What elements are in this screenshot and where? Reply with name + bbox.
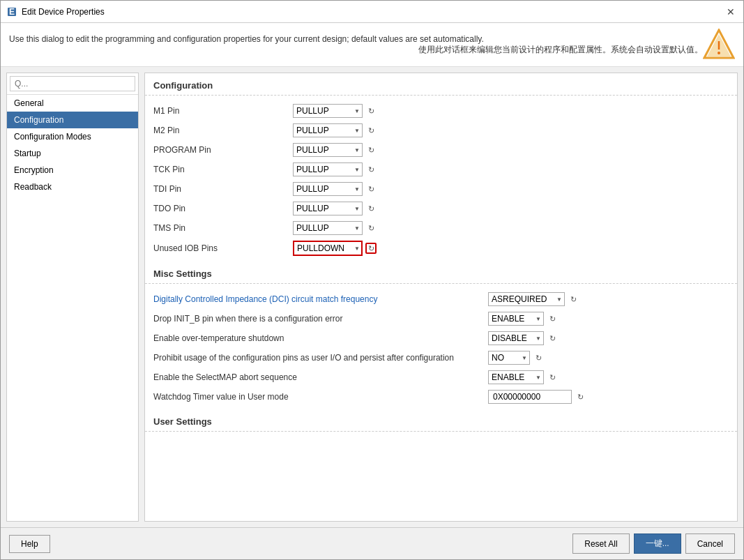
select-tdi-pin[interactable]: PULLUPPULLDOWNFLOAT [293,182,363,196]
select-wrapper-prohibit-cfg: NOYES [488,351,530,365]
section-title-misc: Misc Settings [145,262,737,284]
sidebar-item-encryption[interactable]: Encryption [7,162,138,179]
title-bar: E Edit Device Properties ✕ [1,1,743,23]
reset-program-pin[interactable]: ↻ [365,144,377,156]
reset-tdi-pin[interactable]: ↻ [365,183,377,195]
section-title-configuration: Configuration [145,73,737,96]
select-wrapper-dci: ASREQUIREDCONTINUOUS [488,292,565,306]
select-m2-pin[interactable]: PULLUPPULLDOWNFLOAT [293,123,363,137]
row-m1-pin: M1 Pin PULLUPPULLDOWNFLOAT ↻ [153,101,729,121]
content-area: Configuration M1 Pin PULLUPPULLDOWNFLOAT… [144,73,738,522]
control-watchdog: ↻ [488,390,586,404]
control-dci: ASREQUIREDCONTINUOUS ↻ [488,292,579,306]
label-program-pin: PROGRAM Pin [153,145,293,155]
row-over-temp: Enable over-temperature shutdown DISABLE… [153,328,729,348]
label-dci: Digitally Controlled Impedance (DCI) cir… [153,294,488,304]
logo [703,29,735,61]
sidebar-item-general[interactable]: General [7,95,138,112]
select-m1-pin[interactable]: PULLUPPULLDOWNFLOAT [293,104,363,118]
select-wrapper-program: PULLUPPULLDOWNFLOAT [293,143,363,157]
row-watchdog: Watchdog Timer value in User mode ↻ [153,387,729,407]
ok-button[interactable]: 一键... [634,533,681,554]
info-bar: Use this dialog to edit the programming … [1,23,743,67]
select-wrapper-m1: PULLUPPULLDOWNFLOAT [293,104,363,118]
control-unused-iob: PULLDOWNPULLUPFLOAT ↻ [293,241,377,256]
reset-watchdog[interactable]: ↻ [575,391,586,402]
nav-items: General Configuration Configuration Mode… [7,95,138,521]
label-tms-pin: TMS Pin [153,223,293,233]
reset-all-button[interactable]: Reset All [572,533,629,554]
control-tdi-pin: PULLUPPULLDOWNFLOAT ↻ [293,182,377,196]
control-tck-pin: PULLUPPULLDOWNFLOAT ↻ [293,162,377,176]
reset-tms-pin[interactable]: ↻ [365,222,377,234]
sidebar-item-configuration[interactable]: Configuration [7,112,138,128]
label-over-temp: Enable over-temperature shutdown [153,333,488,343]
select-tms-pin[interactable]: PULLUPPULLDOWNFLOAT [293,221,363,235]
scroll-area: Configuration M1 Pin PULLUPPULLDOWNFLOAT… [145,73,737,521]
select-prohibit-cfg[interactable]: NOYES [488,351,530,365]
cancel-button[interactable]: Cancel [685,533,735,554]
dialog: E Edit Device Properties ✕ Use this dial… [0,0,744,560]
reset-dci[interactable]: ↻ [568,294,579,305]
close-button[interactable]: ✕ [724,5,738,19]
select-wrapper-selectmap: ENABLEDISABLE [488,370,544,384]
reset-tck-pin[interactable]: ↻ [365,164,377,175]
select-program-pin[interactable]: PULLUPPULLDOWNFLOAT [293,143,363,157]
label-tdi-pin: TDI Pin [153,184,293,194]
select-wrapper-over-temp: DISABLEENABLE [488,331,544,345]
sidebar-item-readback[interactable]: Readback [7,179,138,195]
reset-prohibit-cfg[interactable]: ↻ [533,352,544,363]
reset-m2-pin[interactable]: ↻ [365,125,377,136]
row-tdi-pin: TDI Pin PULLUPPULLDOWNFLOAT ↻ [153,179,729,199]
select-wrapper-tdi: PULLUPPULLDOWNFLOAT [293,182,363,196]
select-wrapper-tdo: PULLUPPULLDOWNFLOAT [293,202,363,215]
search-box [7,73,138,95]
reset-tdo-pin[interactable]: ↻ [365,203,377,214]
chinese-description: 使用此对话框来编辑您当前设计的程序和配置属性。系统会自动设置默认值。 [9,44,703,56]
select-drop-init[interactable]: ENABLEDISABLE [488,312,544,326]
sidebar-item-configuration-modes[interactable]: Configuration Modes [7,128,138,145]
reset-over-temp[interactable]: ↻ [547,333,558,344]
label-m1-pin: M1 Pin [153,106,293,116]
main-content: General Configuration Configuration Mode… [1,67,743,527]
row-m2-pin: M2 Pin PULLUPPULLDOWNFLOAT ↻ [153,121,729,140]
select-wrapper-tck: PULLUPPULLDOWNFLOAT [293,162,363,176]
reset-drop-init[interactable]: ↻ [547,313,558,324]
title-bar-icon: E [6,6,17,17]
row-drop-init: Drop INIT_B pin when there is a configur… [153,309,729,328]
title-bar-left: E Edit Device Properties [6,6,105,17]
user-settings-area [145,434,737,462]
select-selectmap[interactable]: ENABLEDISABLE [488,370,544,384]
search-input[interactable] [10,76,135,91]
select-dci[interactable]: ASREQUIREDCONTINUOUS [488,292,565,306]
row-tms-pin: TMS Pin PULLUPPULLDOWNFLOAT ↻ [153,218,729,238]
control-selectmap: ENABLEDISABLE ↻ [488,370,558,384]
control-program-pin: PULLUPPULLDOWNFLOAT ↻ [293,143,377,157]
control-m1-pin: PULLUPPULLDOWNFLOAT ↻ [293,104,377,118]
select-unused-iob[interactable]: PULLDOWNPULLUPFLOAT [293,241,363,256]
sidebar: General Configuration Configuration Mode… [6,73,139,522]
reset-unused-iob[interactable]: ↻ [365,243,377,254]
reset-selectmap[interactable]: ↻ [547,372,558,383]
select-wrapper-m2: PULLUPPULLDOWNFLOAT [293,123,363,137]
select-tdo-pin[interactable]: PULLUPPULLDOWNFLOAT [293,202,363,215]
label-tck-pin: TCK Pin [153,165,293,174]
misc-table: Digitally Controlled Impedance (DCI) cir… [145,287,737,409]
row-program-pin: PROGRAM Pin PULLUPPULLDOWNFLOAT ↻ [153,140,729,160]
select-wrapper-unused-iob: PULLDOWNPULLUPFLOAT [293,241,363,256]
section-title-user: User Settings [145,409,737,432]
select-tck-pin[interactable]: PULLUPPULLDOWNFLOAT [293,162,363,176]
input-watchdog[interactable] [488,390,572,404]
sidebar-item-startup[interactable]: Startup [7,145,138,162]
control-over-temp: DISABLEENABLE ↻ [488,331,558,345]
row-tdo-pin: TDO Pin PULLUPPULLDOWNFLOAT ↻ [153,199,729,218]
select-over-temp[interactable]: DISABLEENABLE [488,331,544,345]
control-drop-init: ENABLEDISABLE ↻ [488,312,558,326]
label-drop-init: Drop INIT_B pin when there is a configur… [153,314,488,324]
help-button[interactable]: Help [9,535,50,553]
row-dci: Digitally Controlled Impedance (DCI) cir… [153,289,729,309]
info-bar-texts: Use this dialog to edit the programming … [9,34,703,56]
select-wrapper-drop-init: ENABLEDISABLE [488,312,544,326]
reset-m1-pin[interactable]: ↻ [365,105,377,116]
svg-point-5 [718,52,720,54]
